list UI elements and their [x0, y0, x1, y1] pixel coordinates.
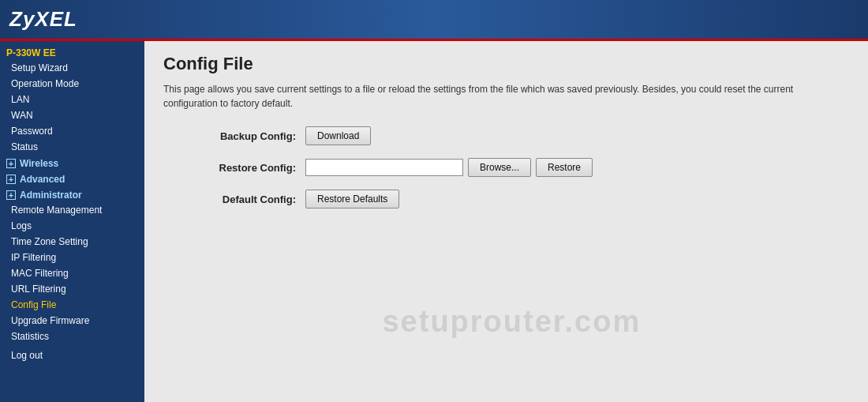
page-description: This page allows you save current settin…: [163, 82, 810, 111]
sidebar: P-330W EE Setup Wizard Operation Mode LA…: [0, 41, 144, 402]
watermark: setuprouter.com: [382, 305, 641, 339]
logo: ZyXEL: [9, 7, 77, 32]
sidebar-group-administrator-label: Administrator: [20, 190, 82, 201]
sidebar-item-statistics[interactable]: Statistics: [0, 329, 144, 344]
administrator-expand-icon: +: [6, 190, 16, 200]
wireless-expand-icon: +: [6, 159, 16, 168]
restore-file-input[interactable]: [305, 159, 463, 176]
backup-config-controls: Download: [305, 126, 371, 145]
backup-config-row: Backup Config: Download: [163, 126, 849, 145]
content-inner: Config File This page allows you save cu…: [144, 41, 868, 402]
restore-defaults-button[interactable]: Restore Defaults: [305, 190, 399, 209]
sidebar-item-upgrade-firmware[interactable]: Upgrade Firmware: [0, 313, 144, 329]
advanced-expand-icon: +: [6, 175, 16, 184]
sidebar-item-operation-mode[interactable]: Operation Mode: [0, 76, 144, 92]
sidebar-item-logout[interactable]: Log out: [0, 348, 144, 363]
sidebar-item-remote-management[interactable]: Remote Management: [0, 202, 144, 218]
default-config-controls: Restore Defaults: [305, 190, 399, 209]
sidebar-group-advanced-label: Advanced: [20, 174, 65, 185]
header: ZyXEL: [0, 0, 868, 41]
sidebar-group-advanced[interactable]: + Advanced: [0, 171, 144, 186]
sidebar-item-password[interactable]: Password: [0, 123, 144, 139]
restore-config-row: Restore Config: Browse... Restore: [163, 158, 849, 177]
sidebar-group-wireless[interactable]: + Wireless: [0, 155, 144, 171]
default-config-label: Default Config:: [163, 193, 305, 205]
device-label: P-330W EE: [0, 44, 144, 60]
sidebar-item-ip-filtering[interactable]: IP Filtering: [0, 250, 144, 265]
main-layout: P-330W EE Setup Wizard Operation Mode LA…: [0, 41, 868, 402]
restore-button[interactable]: Restore: [536, 158, 593, 177]
sidebar-item-lan[interactable]: LAN: [0, 92, 144, 107]
content-area: Config File This page allows you save cu…: [144, 41, 868, 402]
logo-text: ZyXEL: [9, 7, 77, 31]
sidebar-group-administrator[interactable]: + Administrator: [0, 186, 144, 202]
restore-config-label: Restore Config:: [163, 162, 305, 174]
sidebar-item-status[interactable]: Status: [0, 139, 144, 155]
sidebar-group-wireless-label: Wireless: [20, 158, 58, 169]
sidebar-item-time-zone-setting[interactable]: Time Zone Setting: [0, 234, 144, 250]
browse-button[interactable]: Browse...: [468, 158, 531, 177]
sidebar-item-config-file[interactable]: Config File: [0, 297, 144, 313]
default-config-row: Default Config: Restore Defaults: [163, 190, 849, 209]
sidebar-item-setup-wizard[interactable]: Setup Wizard: [0, 60, 144, 76]
sidebar-item-wan[interactable]: WAN: [0, 107, 144, 123]
sidebar-item-url-filtering[interactable]: URL Filtering: [0, 281, 144, 297]
backup-config-label: Backup Config:: [163, 130, 305, 142]
download-button[interactable]: Download: [305, 126, 371, 145]
sidebar-item-mac-filtering[interactable]: MAC Filtering: [0, 265, 144, 281]
sidebar-item-logs[interactable]: Logs: [0, 218, 144, 234]
page-title: Config File: [163, 54, 849, 74]
restore-config-controls: Browse... Restore: [305, 158, 593, 177]
